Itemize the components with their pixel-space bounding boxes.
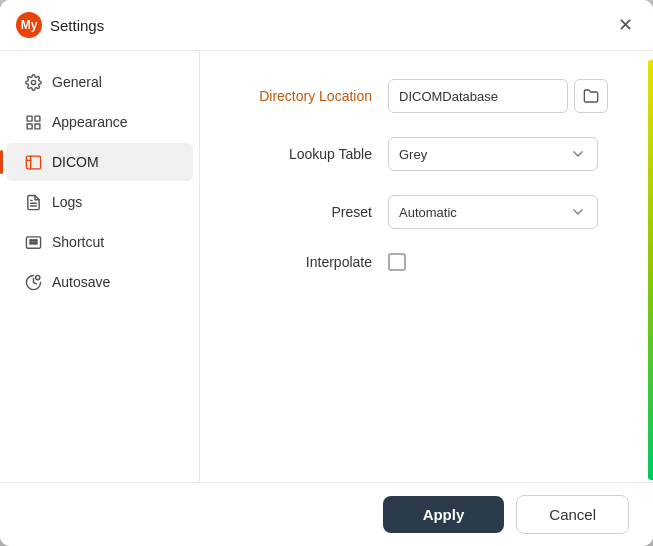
title-bar: My Settings ✕ [0,0,653,51]
lookup-table-label: Lookup Table [232,146,372,162]
sidebar-item-general[interactable]: General [6,63,193,101]
interpolate-checkbox[interactable] [388,253,406,271]
browse-folder-button[interactable] [574,79,608,113]
interpolate-checkbox-wrap [388,253,406,271]
sidebar-item-logs[interactable]: Logs [6,183,193,221]
directory-location-input[interactable] [388,79,568,113]
sidebar-item-dicom[interactable]: DICOM [6,143,193,181]
preset-chevron-icon [569,203,587,221]
dialog-title: Settings [50,17,605,34]
preset-label: Preset [232,204,372,220]
dialog-body: General Appearance DICOM [0,51,653,482]
close-button[interactable]: ✕ [613,13,637,37]
sidebar-item-appearance[interactable]: Appearance [6,103,193,141]
svg-rect-3 [27,123,32,128]
autosave-icon [24,273,42,291]
svg-point-0 [31,80,35,84]
sidebar-item-general-label: General [52,74,102,90]
svg-rect-4 [34,123,39,128]
preset-value: Automatic [399,205,569,220]
lookup-table-row: Lookup Table Grey [232,137,621,171]
directory-location-field-group [388,79,608,113]
interpolate-label: Interpolate [232,254,372,270]
sidebar-item-shortcut[interactable]: Shortcut [6,223,193,261]
interpolate-row: Interpolate [232,253,621,271]
sidebar: General Appearance DICOM [0,51,200,482]
lookup-table-value: Grey [399,147,569,162]
right-accent-bar [648,60,653,480]
sidebar-item-autosave[interactable]: Autosave [6,263,193,301]
sidebar-item-appearance-label: Appearance [52,114,128,130]
footer: Apply Cancel [0,482,653,546]
sidebar-item-shortcut-label: Shortcut [52,234,104,250]
sidebar-item-dicom-label: DICOM [52,154,99,170]
svg-point-11 [35,275,39,279]
gear-icon [24,73,42,91]
main-content: Directory Location Lookup Table Grey [200,51,653,482]
sidebar-item-autosave-label: Autosave [52,274,110,290]
svg-rect-5 [26,156,40,169]
shortcut-icon [24,233,42,251]
apply-button[interactable]: Apply [383,496,505,533]
appearance-icon [24,113,42,131]
settings-dialog: My Settings ✕ General [0,0,653,546]
directory-location-row: Directory Location [232,79,621,113]
cancel-button[interactable]: Cancel [516,495,629,534]
svg-rect-2 [34,116,39,121]
preset-row: Preset Automatic [232,195,621,229]
dicom-icon [24,153,42,171]
lookup-table-chevron-icon [569,145,587,163]
svg-rect-1 [27,116,32,121]
app-icon: My [16,12,42,38]
preset-select[interactable]: Automatic [388,195,598,229]
sidebar-item-logs-label: Logs [52,194,82,210]
lookup-table-select[interactable]: Grey [388,137,598,171]
logs-icon [24,193,42,211]
directory-location-label: Directory Location [232,88,372,104]
